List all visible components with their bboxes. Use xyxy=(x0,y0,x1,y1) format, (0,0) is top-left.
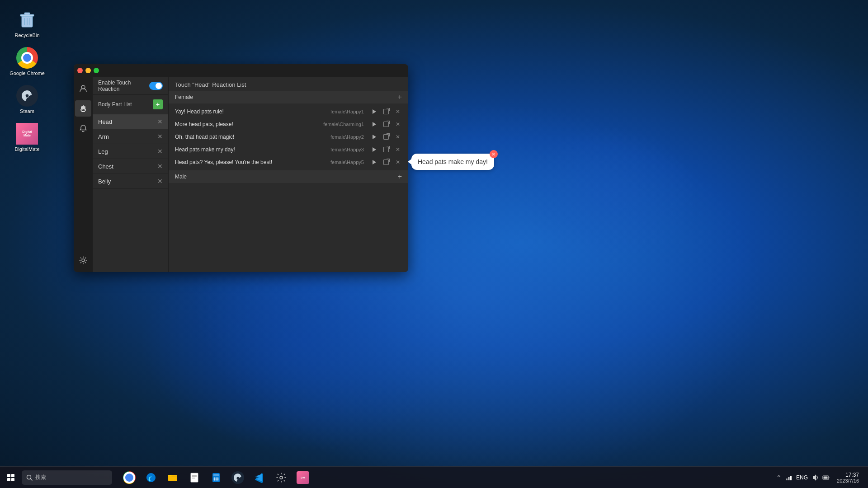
desktop-icon-recycle-bin[interactable]: RecycleBin xyxy=(9,9,45,38)
reaction-delete-2[interactable]: ✕ xyxy=(394,133,402,141)
reaction-item-4[interactable]: Head pats? Yes, please! You're the best!… xyxy=(169,156,408,169)
chrome-label: Google Chrome xyxy=(9,70,45,76)
taskbar-search[interactable]: 搜索 xyxy=(22,470,112,485)
body-part-leg[interactable]: Leg ✕ xyxy=(93,144,168,159)
desktop-icon-chrome[interactable]: Google Chrome xyxy=(9,47,45,76)
taskbar-chrome[interactable] xyxy=(119,468,139,488)
clock-date: 2023/7/16 xyxy=(837,478,859,483)
nav-bell-icon[interactable] xyxy=(75,120,91,136)
reaction-play-1[interactable] xyxy=(370,120,378,128)
body-part-chest-remove[interactable]: ✕ xyxy=(157,163,163,170)
reaction-delete-0[interactable]: ✕ xyxy=(394,108,402,116)
taskbar-notepad[interactable] xyxy=(184,468,204,488)
body-part-head-remove[interactable]: ✕ xyxy=(157,118,163,125)
enable-touch-toggle[interactable] xyxy=(149,82,163,90)
reaction-edit-1[interactable] xyxy=(382,120,390,128)
body-part-chest-label: Chest xyxy=(98,163,113,170)
volume-icon[interactable] xyxy=(811,474,819,481)
battery-icon[interactable] xyxy=(822,474,830,481)
taskbar-calc[interactable] xyxy=(206,468,226,488)
male-section-label: Male xyxy=(175,174,187,180)
recycle-bin-label: RecycleBin xyxy=(14,33,39,38)
taskbar-edge[interactable] xyxy=(141,468,161,488)
svg-line-11 xyxy=(31,479,33,480)
svg-rect-19 xyxy=(213,474,219,476)
explorer-icon xyxy=(167,472,178,483)
body-part-belly-label: Belly xyxy=(98,178,111,185)
nav-hand-icon[interactable] xyxy=(75,100,91,117)
taskbar-vscode[interactable] xyxy=(250,468,269,488)
male-reaction-list xyxy=(169,183,408,187)
body-part-head[interactable]: Head ✕ xyxy=(93,114,168,129)
body-part-belly[interactable]: Belly ✕ xyxy=(93,174,168,189)
chevron-up-icon[interactable]: ⌃ xyxy=(776,474,782,481)
reaction-delete-4[interactable]: ✕ xyxy=(394,158,402,166)
reaction-item-1[interactable]: More head pats, please! female\Charming1… xyxy=(169,118,408,131)
add-body-part-button[interactable]: + xyxy=(153,99,163,109)
window-minimize-button[interactable] xyxy=(85,68,91,73)
calc-icon xyxy=(211,472,222,483)
body-part-list-header: Body Part List + xyxy=(93,95,168,114)
desktop-icon-steam[interactable]: Steam xyxy=(9,85,45,114)
reaction-text-1: More head pats, please! xyxy=(175,121,320,127)
body-part-arm-remove[interactable]: ✕ xyxy=(157,133,163,140)
window-maximize-button[interactable] xyxy=(94,68,99,73)
panel-title: Touch "Head" Reaction List xyxy=(169,77,408,91)
nav-settings-icon[interactable] xyxy=(75,252,91,268)
taskbar-digitalmate[interactable]: DM xyxy=(293,468,313,488)
main-content: Female + Yay! Head pats rule! female\Hap… xyxy=(169,91,408,272)
network-icon[interactable] xyxy=(785,474,793,481)
reaction-delete-3[interactable]: ✕ xyxy=(394,145,402,154)
reaction-edit-0[interactable] xyxy=(382,108,390,116)
recycle-bin-icon xyxy=(16,9,38,31)
reaction-edit-2[interactable] xyxy=(382,133,390,141)
body-part-arm[interactable]: Arm ✕ xyxy=(93,129,168,144)
speech-bubble-text: Head pats make my day! xyxy=(418,158,488,165)
taskbar-app-icons: DM xyxy=(119,468,313,488)
body-part-leg-remove[interactable]: ✕ xyxy=(157,148,163,155)
svg-point-7 xyxy=(25,94,29,98)
steam-label: Steam xyxy=(20,108,34,114)
svg-point-20 xyxy=(214,477,215,479)
reaction-item-3[interactable]: Head pats make my day! female\Happy3 ✕ xyxy=(169,143,408,156)
notepad-icon xyxy=(189,472,200,483)
taskbar-explorer[interactable] xyxy=(163,468,183,488)
reaction-item-0[interactable]: Yay! Head pats rule! female\Happy1 ✕ xyxy=(169,105,408,118)
taskbar-search-text: 搜索 xyxy=(35,474,46,481)
taskbar-clock[interactable]: 17:37 2023/7/16 xyxy=(833,472,863,483)
nav-profile-icon[interactable] xyxy=(75,80,91,97)
svg-rect-2 xyxy=(24,13,30,15)
speech-bubble-close[interactable]: ✕ xyxy=(490,150,498,158)
svg-point-25 xyxy=(217,479,219,480)
svg-point-22 xyxy=(217,477,219,479)
male-add-reaction-button[interactable]: + xyxy=(398,173,402,180)
reaction-play-4[interactable] xyxy=(370,158,378,166)
reaction-text-2: Oh, that head pat magic! xyxy=(175,134,327,140)
language-indicator[interactable]: ENG xyxy=(796,474,808,481)
male-section: Male + xyxy=(169,170,408,272)
body-part-arm-label: Arm xyxy=(98,133,109,140)
window-close-button[interactable] xyxy=(77,68,83,73)
reaction-edit-3[interactable] xyxy=(382,145,390,154)
reaction-play-0[interactable] xyxy=(370,108,378,116)
window-body: Enable Touch Reaction Body Part List + H… xyxy=(74,77,408,272)
body-part-belly-remove[interactable]: ✕ xyxy=(157,178,163,185)
toggle-label: Enable Touch Reaction xyxy=(98,80,144,92)
reaction-play-3[interactable] xyxy=(370,145,378,154)
female-section-header: Female + xyxy=(169,91,408,103)
female-reaction-list: Yay! Head pats rule! female\Happy1 ✕ Mor… xyxy=(169,103,408,170)
svg-point-27 xyxy=(280,476,283,479)
desktop-icon-digitalmate[interactable]: DigitalMate DigitalMate xyxy=(9,123,45,152)
female-add-reaction-button[interactable]: + xyxy=(398,94,402,101)
reaction-file-2: female\Happy2 xyxy=(330,134,364,140)
reaction-play-2[interactable] xyxy=(370,133,378,141)
taskbar-settings[interactable] xyxy=(271,468,291,488)
reaction-delete-1[interactable]: ✕ xyxy=(394,120,402,128)
reaction-item-2[interactable]: Oh, that head pat magic! female\Happy2 ✕ xyxy=(169,131,408,143)
edge-icon xyxy=(146,472,156,483)
start-button[interactable] xyxy=(0,467,22,488)
taskbar-steam[interactable] xyxy=(228,468,248,488)
body-part-chest[interactable]: Chest ✕ xyxy=(93,159,168,174)
reaction-edit-4[interactable] xyxy=(382,158,390,166)
taskbar-system-area: ⌃ ENG 17:37 2023/7/16 xyxy=(776,472,868,483)
